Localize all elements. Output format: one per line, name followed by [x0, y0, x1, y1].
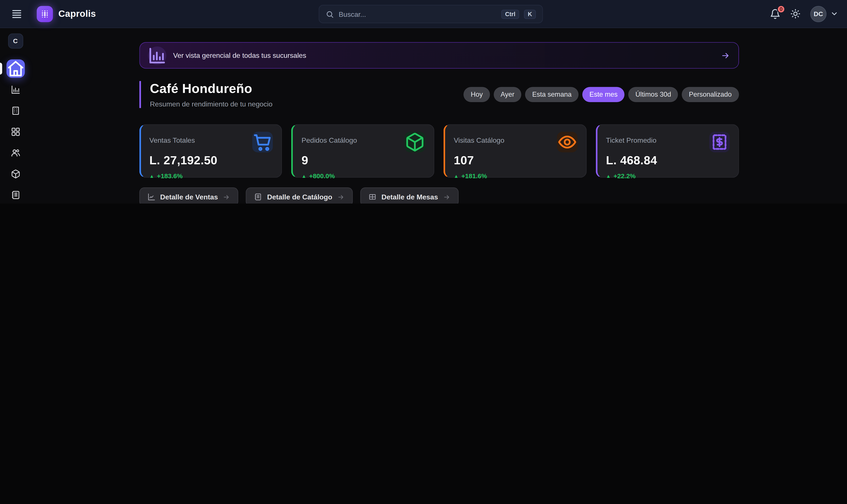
- kpi-label: Pedidos Catálogo: [302, 136, 357, 144]
- users-icon: [11, 148, 20, 158]
- kpi-delta: ▲+22.2%: [606, 173, 729, 180]
- eye-icon: [557, 132, 577, 152]
- notifications-badge: 0: [777, 4, 786, 13]
- navbar-actions: 0 DC: [770, 6, 838, 22]
- home-icon: [6, 59, 24, 78]
- page-title-block: Café Hondureño Resumen de rendimiento de…: [139, 81, 272, 108]
- banner-text: Ver vista gerencial de todas tus sucursa…: [173, 51, 306, 59]
- kpi-value: L. 27,192.50: [149, 154, 273, 167]
- sidebar-item-package[interactable]: [0, 169, 31, 179]
- kpi-value: 9: [302, 154, 425, 167]
- search-icon: [326, 10, 334, 18]
- arrow-right-icon: [443, 193, 451, 201]
- arrow-right-icon: [223, 193, 230, 201]
- kpi-card-ventas-totales: Ventas Totales L. 27,192.50 ▲+183.6%: [139, 124, 282, 178]
- trend-up-icon: ▲: [302, 174, 306, 179]
- trend-up-icon: ▲: [606, 174, 611, 179]
- kpi-card-pedidos-cat-logo: Pedidos Catálogo 9 ▲+800.0%: [291, 124, 434, 178]
- receipt-dollar-icon: [709, 132, 729, 152]
- kpi-delta: ▲+183.6%: [149, 173, 273, 180]
- filter-ayer[interactable]: Ayer: [493, 87, 521, 102]
- managerial-view-banner[interactable]: Ver vista gerencial de todas tus sucursa…: [139, 42, 739, 69]
- trend-up-icon: ▲: [454, 174, 458, 179]
- detalle-de-ventas-button[interactable]: Detalle de Ventas: [139, 187, 238, 203]
- sidebar-item-layout-grid[interactable]: [0, 127, 31, 137]
- kpi-value: 107: [454, 154, 577, 167]
- brand-name: Caprolis: [58, 8, 96, 19]
- arrow-right-icon: [720, 50, 730, 60]
- detail-buttons-row: Detalle de VentasDetalle de CatálogoDeta…: [139, 187, 739, 203]
- arrow-right-icon: [337, 193, 345, 201]
- filter-esta-semana[interactable]: Esta semana: [525, 87, 579, 102]
- kpi-label: Ticket Promedio: [606, 136, 656, 144]
- sidebar-rail: C: [0, 28, 31, 203]
- trend-up-icon: ▲: [149, 174, 154, 179]
- search-input[interactable]: [339, 10, 497, 18]
- shortcut-ctrl-key: Ctrl: [501, 10, 519, 19]
- hamburger-menu-icon[interactable]: [11, 8, 23, 20]
- page-title: Café Hondureño: [150, 81, 272, 96]
- kpi-card-ticket-promedio: Ticket Promedio L. 468.84 ▲+22.2%: [596, 124, 739, 178]
- kpi-card-visitas-cat-logo: Visitas Catálogo 107 ▲+181.6%: [444, 124, 587, 178]
- kpi-delta: ▲+181.6%: [454, 173, 577, 180]
- avatar: DC: [810, 6, 827, 22]
- theme-toggle-button[interactable]: [790, 9, 800, 19]
- notifications-button[interactable]: 0: [770, 8, 781, 19]
- sidebar-item-users[interactable]: [0, 148, 31, 158]
- notebook-icon: [11, 190, 20, 200]
- brand: Caprolis: [37, 6, 96, 22]
- sidebar-item-home[interactable]: [0, 59, 31, 78]
- sidebar-item-chart-column[interactable]: [0, 85, 31, 95]
- package-icon: [404, 132, 425, 152]
- building-icon: [11, 106, 20, 115]
- layout-grid-icon: [11, 127, 20, 137]
- line-chart-icon: [147, 193, 155, 201]
- filter-este-mes[interactable]: Este mes: [582, 87, 625, 102]
- bar-chart-icon: [148, 46, 166, 65]
- detail-button-label: Detalle de Mesas: [381, 193, 438, 201]
- detail-button-label: Detalle de Catálogo: [267, 193, 332, 201]
- detalle-de-cat-logo-button[interactable]: Detalle de Catálogo: [246, 187, 353, 203]
- shopping-cart-icon: [252, 132, 273, 152]
- filter-personalizado[interactable]: Personalizado: [682, 87, 739, 102]
- notebook-icon: [254, 193, 262, 201]
- detalle-de-mesas-button[interactable]: Detalle de Mesas: [360, 187, 458, 203]
- kpi-cards: Ventas Totales L. 27,192.50 ▲+183.6% Ped…: [139, 124, 739, 178]
- global-search[interactable]: Ctrl K: [319, 5, 543, 23]
- sidebar-item-building[interactable]: [0, 106, 31, 115]
- user-menu[interactable]: DC: [810, 6, 839, 22]
- date-range-filters: HoyAyerEsta semanaEste mesÚltimos 30dPer…: [464, 87, 739, 102]
- shortcut-k-key: K: [524, 10, 536, 19]
- kpi-label: Ventas Totales: [149, 136, 195, 144]
- table-icon: [368, 193, 377, 201]
- main-area: Ver vista gerencial de todas tus sucursa…: [31, 28, 847, 203]
- active-indicator: [0, 62, 2, 74]
- kpi-delta: ▲+800.0%: [302, 173, 425, 180]
- package-icon: [11, 169, 20, 179]
- sidebar-item-notebook[interactable]: [0, 190, 31, 200]
- caprolis-logo-icon: [37, 6, 53, 22]
- workspace-badge[interactable]: C: [8, 33, 23, 49]
- detail-button-label: Detalle de Ventas: [160, 193, 218, 201]
- filter-hoy[interactable]: Hoy: [464, 87, 490, 102]
- page-subtitle: Resumen de rendimiento de tu negocio: [150, 100, 272, 108]
- app-root: Caprolis Ctrl K 0 DC C: [0, 0, 847, 203]
- top-navbar: Caprolis Ctrl K 0 DC: [0, 0, 847, 28]
- kpi-value: L. 468.84: [606, 154, 729, 167]
- chevron-down-icon: [830, 10, 838, 18]
- kpi-label: Visitas Catálogo: [454, 136, 504, 144]
- chart-column-icon: [11, 85, 20, 95]
- filter--ltimos-30d[interactable]: Últimos 30d: [628, 87, 678, 102]
